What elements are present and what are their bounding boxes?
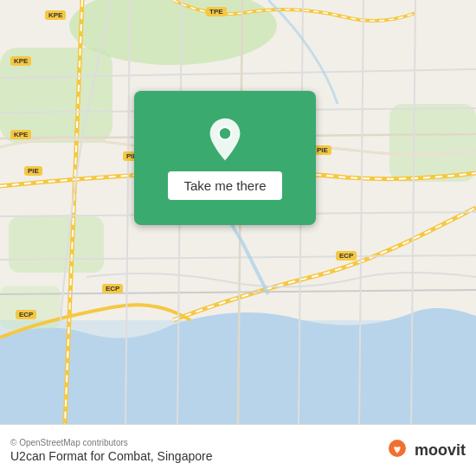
map-container: KPE KPE KPE PIE PIE PIE TPE ECP ECP ECP … xyxy=(0,0,476,424)
svg-rect-3 xyxy=(389,104,476,182)
svg-point-20 xyxy=(219,126,232,139)
road-badge-kpe-1: KPE xyxy=(45,10,66,20)
road-badge-kpe-3: KPE xyxy=(10,130,31,139)
location-name-label: U2can Format for Combat, Singapore xyxy=(10,449,212,463)
location-pin-icon xyxy=(203,117,247,164)
road-badge-pie-3: PIE xyxy=(313,145,331,155)
osm-attribution: © OpenStreetMap contributors xyxy=(10,438,212,447)
road-badge-ecp-3: ECP xyxy=(16,310,36,319)
take-me-there-button[interactable]: Take me there xyxy=(168,171,281,200)
moovit-logo: moovit xyxy=(383,437,466,465)
location-card: Take me there xyxy=(134,91,316,225)
bottom-info: © OpenStreetMap contributors U2can Forma… xyxy=(10,438,212,463)
bottom-bar: © OpenStreetMap contributors U2can Forma… xyxy=(0,424,476,476)
road-badge-pie-1: PIE xyxy=(24,166,42,176)
road-badge-tpe: TPE xyxy=(206,7,227,16)
svg-rect-4 xyxy=(9,216,104,273)
road-badge-ecp-2: ECP xyxy=(336,251,357,261)
moovit-icon xyxy=(383,437,411,465)
road-badge-ecp-1: ECP xyxy=(102,284,123,293)
road-badge-kpe-2: KPE xyxy=(10,56,31,66)
moovit-label: moovit xyxy=(415,441,466,460)
